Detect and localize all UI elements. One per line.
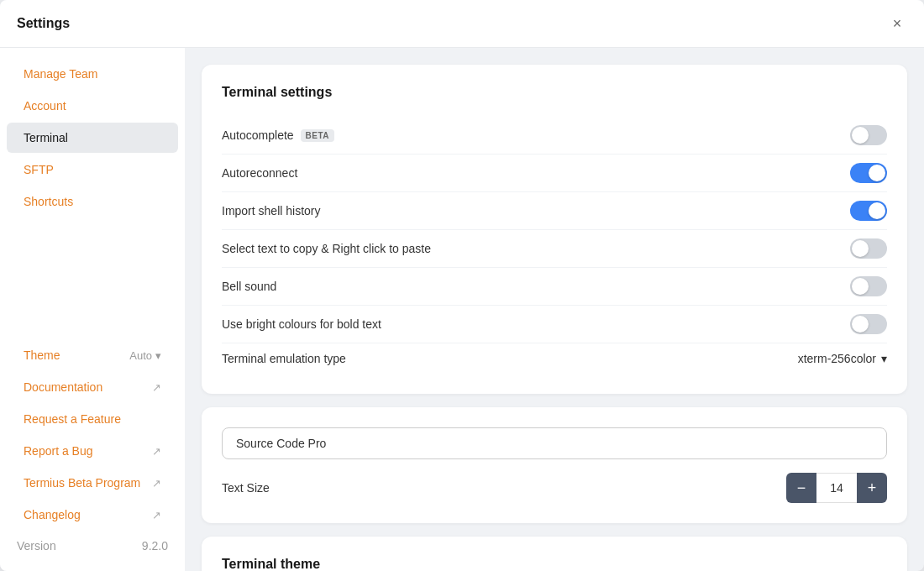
setting-row-bright-colours: Use bright colours for bold text xyxy=(222,306,887,343)
terminal-settings-title: Terminal settings xyxy=(222,85,887,100)
setting-label-import-shell: Import shell history xyxy=(222,204,320,217)
setting-label-bright-colours: Use bright colours for bold text xyxy=(222,317,381,331)
toggle-track xyxy=(850,238,887,259)
theme-value: Auto ▾ xyxy=(129,349,161,362)
setting-label-select-copy: Select text to copy & Right click to pas… xyxy=(222,242,431,255)
toggle-thumb xyxy=(852,127,869,144)
toggle-track xyxy=(850,163,887,183)
window-title: Settings xyxy=(17,16,70,31)
toggle-thumb xyxy=(869,202,885,219)
title-bar: Settings × xyxy=(0,0,924,48)
toggle-bell-sound[interactable] xyxy=(850,276,887,296)
sidebar-item-label: Shortcuts xyxy=(24,195,73,208)
version-label: Version xyxy=(17,539,56,553)
version-value: 9.2.0 xyxy=(142,539,168,553)
setting-row-autoreconnect: Autoreconnect xyxy=(222,155,887,192)
sidebar-item-label: Report a Bug xyxy=(24,444,93,458)
sidebar-item-report-bug[interactable]: Report a Bug ↗ xyxy=(7,436,178,466)
text-size-value: 14 xyxy=(816,473,857,503)
sidebar-item-terminal[interactable]: Terminal xyxy=(7,123,178,153)
text-size-controls: − 14 + xyxy=(786,473,887,503)
external-link-icon: ↗ xyxy=(152,509,161,521)
toggle-autocomplete[interactable] xyxy=(850,125,887,145)
sidebar-item-label: Changelog xyxy=(24,508,81,521)
toggle-track xyxy=(850,125,887,145)
increase-size-button[interactable]: + xyxy=(857,473,887,503)
setting-label-emulation: Terminal emulation type xyxy=(222,352,346,365)
terminal-settings-card: Terminal settings Autocomplete BETA xyxy=(202,65,907,394)
toggle-track xyxy=(850,314,887,334)
external-link-icon: ↗ xyxy=(152,477,161,490)
toggle-thumb xyxy=(852,316,869,333)
sidebar-item-manage-team[interactable]: Manage Team xyxy=(7,59,178,89)
font-settings-card: Text Size − 14 + xyxy=(202,407,907,523)
setting-row-bell-sound: Bell sound xyxy=(222,268,887,306)
setting-label-autocomplete: Autocomplete BETA xyxy=(222,128,334,142)
toggle-bright-colours[interactable] xyxy=(850,314,887,334)
setting-row-import-shell: Import shell history xyxy=(222,192,887,230)
setting-row-autocomplete: Autocomplete BETA xyxy=(222,117,887,155)
toggle-select-copy[interactable] xyxy=(850,238,887,259)
decrease-size-button[interactable]: − xyxy=(786,473,816,503)
close-button[interactable]: × xyxy=(887,13,907,34)
sidebar-item-documentation[interactable]: Documentation ↗ xyxy=(7,372,178,402)
beta-badge: BETA xyxy=(301,129,334,142)
sidebar-item-sftp[interactable]: SFTP xyxy=(7,155,178,185)
content-area: Manage Team Account Terminal SFTP Shortc… xyxy=(0,48,924,571)
external-link-icon: ↗ xyxy=(152,445,161,458)
toggle-autoreconnect[interactable] xyxy=(850,163,887,183)
sidebar-item-label: SFTP xyxy=(24,163,54,176)
sidebar-item-label: Theme xyxy=(24,348,60,362)
text-size-label: Text Size xyxy=(222,481,270,495)
toggle-track xyxy=(850,201,887,221)
setting-row-select-copy: Select text to copy & Right click to pas… xyxy=(222,230,887,268)
sidebar-item-label: Termius Beta Program xyxy=(24,476,140,490)
sidebar-item-changelog[interactable]: Changelog ↗ xyxy=(7,500,178,530)
sidebar-item-theme[interactable]: Theme Auto ▾ xyxy=(7,340,178,370)
version-row: Version 9.2.0 xyxy=(0,531,185,561)
sidebar-item-label: Documentation xyxy=(24,380,102,394)
font-input[interactable] xyxy=(222,427,887,459)
main-content: Terminal settings Autocomplete BETA xyxy=(185,48,924,571)
sidebar-item-label: Manage Team xyxy=(24,67,97,81)
chevron-down-icon: ▾ xyxy=(155,349,161,362)
chevron-down-icon: ▾ xyxy=(881,352,887,365)
toggle-thumb xyxy=(852,240,869,257)
sidebar-item-label: Terminal xyxy=(24,131,68,144)
toggle-track xyxy=(850,276,887,296)
external-link-icon: ↗ xyxy=(152,381,161,394)
terminal-theme-title: Terminal theme xyxy=(222,557,887,571)
sidebar: Manage Team Account Terminal SFTP Shortc… xyxy=(0,48,185,571)
sidebar-item-label: Account xyxy=(24,99,66,113)
setting-label-autoreconnect: Autoreconnect xyxy=(222,166,297,180)
sidebar-item-termius-beta[interactable]: Termius Beta Program ↗ xyxy=(7,468,178,498)
setting-row-emulation: Terminal emulation type xterm-256color ▾ xyxy=(222,343,887,374)
toggle-thumb xyxy=(869,165,885,181)
emulation-select[interactable]: xterm-256color ▾ xyxy=(798,352,887,365)
sidebar-item-shortcuts[interactable]: Shortcuts xyxy=(7,186,178,217)
settings-window: Settings × Manage Team Account Terminal … xyxy=(0,0,924,571)
sidebar-item-account[interactable]: Account xyxy=(7,91,178,121)
setting-label-bell-sound: Bell sound xyxy=(222,280,276,293)
terminal-theme-card: Terminal theme xyxy=(202,537,907,571)
text-size-row: Text Size − 14 + xyxy=(222,459,887,503)
sidebar-item-label: Request a Feature xyxy=(24,412,121,426)
toggle-import-shell[interactable] xyxy=(850,201,887,221)
toggle-thumb xyxy=(852,278,869,295)
sidebar-item-request-feature[interactable]: Request a Feature xyxy=(7,404,178,434)
